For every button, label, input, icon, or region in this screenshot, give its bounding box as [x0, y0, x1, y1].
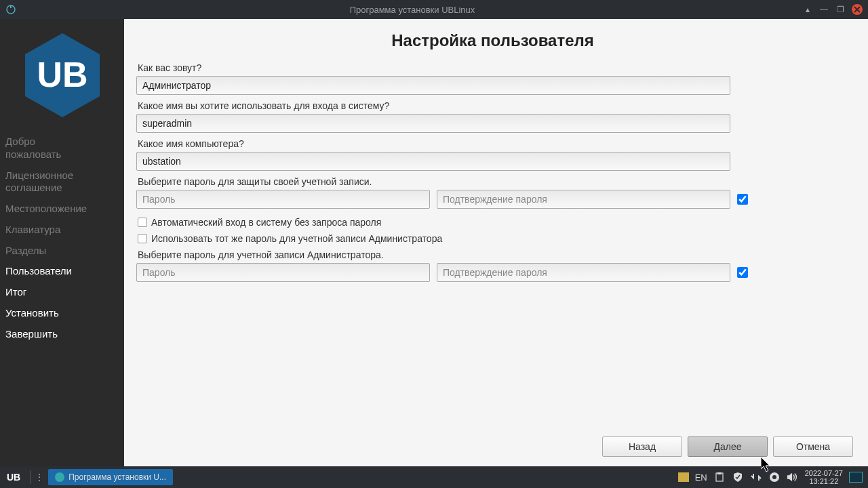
- button-bar: Назад Далее Отмена: [602, 436, 853, 457]
- cancel-button[interactable]: Отмена: [773, 436, 853, 457]
- admin-password-confirm-input[interactable]: [437, 263, 730, 282]
- system-tray: EN 2022-07-27 13:21:22: [678, 469, 868, 485]
- keyboard-layout-indicator[interactable]: EN: [695, 471, 707, 483]
- clipboard-icon[interactable]: [713, 471, 726, 483]
- shield-icon[interactable]: [732, 471, 744, 483]
- system-monitor-icon[interactable]: [849, 472, 863, 483]
- sidebar-item-8[interactable]: Завершить: [0, 324, 124, 345]
- window-title: Программа установки UBLinux: [22, 5, 803, 15]
- taskbar-separator: [30, 470, 31, 484]
- network-icon[interactable]: [750, 471, 762, 483]
- fullname-input[interactable]: [136, 76, 730, 95]
- sidebar-item-5[interactable]: Пользователи: [0, 261, 124, 282]
- content-area: Настройка пользователя Как вас зовут? Ка…: [124, 19, 868, 466]
- menu-icon[interactable]: ⋮: [33, 472, 45, 483]
- hostname-label: Какое имя компьютера?: [136, 138, 849, 149]
- sidebar-item-6[interactable]: Итог: [0, 282, 124, 303]
- volume-icon[interactable]: [787, 471, 799, 483]
- taskbar-app-icon: [55, 472, 64, 482]
- taskbar: UB ⋮ Программа установки U... EN 2022-07…: [0, 466, 868, 488]
- svg-rect-5: [717, 472, 722, 474]
- login-input[interactable]: [136, 114, 730, 133]
- show-password-checkbox[interactable]: [737, 194, 748, 205]
- sidebar-item-3[interactable]: Клавиатура: [0, 220, 124, 241]
- sidebar-item-1[interactable]: Лицензионное соглашение: [0, 165, 124, 199]
- sidebar: UB Добро пожаловатьЛицензионное соглашен…: [0, 19, 124, 466]
- date-text: 2022-07-27: [805, 469, 843, 477]
- close-button[interactable]: [852, 4, 863, 15]
- minimize-button[interactable]: —: [819, 5, 829, 14]
- svg-point-7: [772, 475, 776, 479]
- password-section-label: Выберите пароль для защиты своей учетной…: [136, 176, 849, 187]
- updates-icon[interactable]: [768, 471, 781, 483]
- autologin-checkbox[interactable]: [138, 218, 147, 227]
- admin-password-section-label: Выберите пароль для учетной записи Админ…: [136, 249, 849, 260]
- login-label: Какое имя вы хотите использовать для вхо…: [136, 100, 849, 111]
- fullname-label: Как вас зовут?: [136, 62, 849, 73]
- sidebar-item-7[interactable]: Установить: [0, 303, 124, 324]
- window-controls: ▴ — ❐: [803, 4, 863, 15]
- same-password-checkbox[interactable]: [138, 234, 147, 243]
- sidebar-item-0[interactable]: Добро пожаловать: [0, 131, 124, 165]
- hostname-input[interactable]: [136, 152, 730, 171]
- autologin-label: Автоматический вход в систему без запрос…: [151, 217, 381, 228]
- time-text: 13:21:22: [805, 477, 843, 485]
- clock[interactable]: 2022-07-27 13:21:22: [805, 469, 843, 485]
- svg-text:UB: UB: [37, 55, 87, 94]
- sidebar-nav: Добро пожаловатьЛицензионное соглашениеМ…: [0, 131, 124, 344]
- notes-icon[interactable]: [678, 472, 689, 482]
- keep-above-icon[interactable]: ▴: [803, 5, 812, 14]
- page-title: Настройка пользователя: [136, 31, 849, 50]
- installer-window: UB Добро пожаловатьЛицензионное соглашен…: [0, 19, 868, 466]
- show-admin-password-checkbox[interactable]: [737, 267, 748, 278]
- app-icon: [5, 4, 16, 15]
- next-button[interactable]: Далее: [688, 436, 768, 457]
- password-input[interactable]: [136, 190, 430, 209]
- same-password-label: Использовать тот же пароль для учетной з…: [151, 233, 442, 244]
- titlebar: Программа установки UBLinux ▴ — ❐: [0, 0, 868, 19]
- taskbar-logo[interactable]: UB: [0, 472, 27, 483]
- logo: UB: [0, 24, 124, 131]
- taskbar-app-button[interactable]: Программа установки U...: [48, 469, 173, 485]
- taskbar-app-label: Программа установки U...: [68, 472, 166, 482]
- sidebar-item-4[interactable]: Разделы: [0, 241, 124, 262]
- admin-password-input[interactable]: [136, 263, 430, 282]
- sidebar-item-2[interactable]: Местоположение: [0, 199, 124, 220]
- maximize-button[interactable]: ❐: [835, 5, 845, 14]
- password-confirm-input[interactable]: [437, 190, 730, 209]
- back-button[interactable]: Назад: [602, 436, 682, 457]
- svg-rect-1: [10, 5, 12, 8]
